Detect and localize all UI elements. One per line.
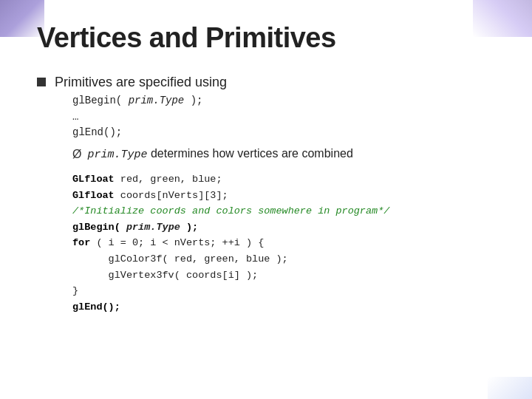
- code-line-3: glEnd();: [72, 125, 389, 141]
- code-main-line-8: }: [72, 283, 389, 299]
- bullet-icon: [37, 78, 46, 86]
- code-main-line-5: for ( i = 0; i < nVerts; ++i ) {: [72, 235, 389, 251]
- code-main-line-2: Glfloat coords[nVerts][3];: [72, 188, 389, 204]
- code-main-line-9: glEnd();: [72, 299, 389, 316]
- code-main-line-3: /*Initialize coords and colors somewhere…: [72, 203, 389, 219]
- code-line-2: …: [72, 109, 389, 126]
- code-main-line-6: glColor3f( red, green, blue );: [72, 251, 389, 267]
- code-main-line-1: GLfloat red, green, blue;: [72, 171, 389, 188]
- sub-bullet-1: Ø prim.Type determines how vertices are …: [72, 147, 389, 161]
- sub-bullet-text: prim.Type determines how vertices are co…: [87, 147, 352, 161]
- code-main-line-7: glVertex3fv( coords[i] );: [72, 267, 389, 284]
- code-line-1: glBegin( prim.Type );: [72, 93, 389, 109]
- bullet-1-code: glBegin( prim.Type ); … glEnd();: [72, 93, 389, 141]
- slide-title: Vertices and Primitives: [37, 22, 495, 54]
- corner-decoration-bottom-right: [488, 377, 532, 399]
- code-main-line-4: glBegin( prim.Type );: [72, 219, 389, 236]
- main-code-block: GLfloat red, green, blue; Glfloat coords…: [72, 171, 389, 315]
- bullet-1-label: Primitives are specified using: [55, 75, 389, 90]
- slide-content: Vertices and Primitives Primitives are s…: [0, 0, 532, 334]
- bullet-item-1: Primitives are specified using glBegin( …: [37, 75, 495, 315]
- sub-bullet-arrow: Ø: [72, 148, 81, 161]
